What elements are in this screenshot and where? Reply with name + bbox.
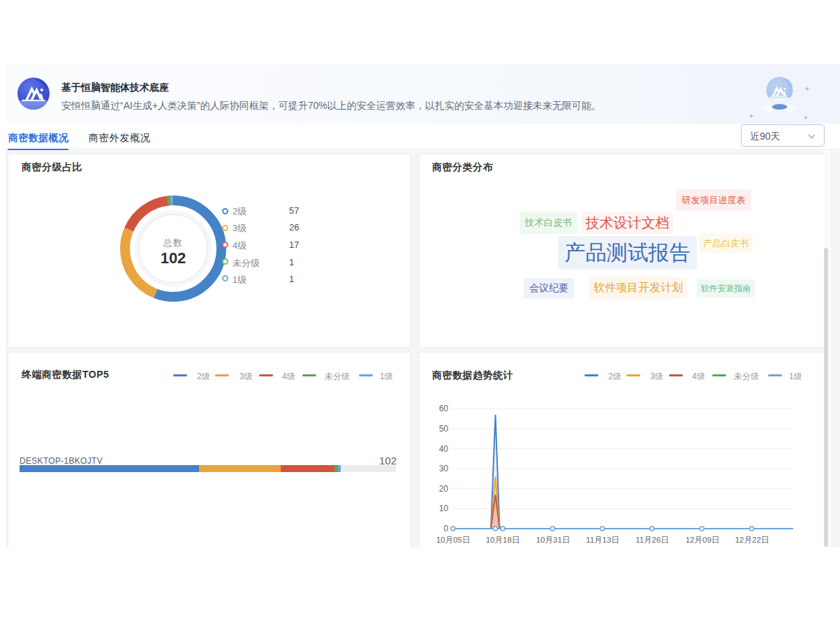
- svg-text:12月22日: 12月22日: [735, 536, 769, 544]
- svg-text:10月05日: 10月05日: [436, 536, 471, 544]
- svg-text:60: 60: [439, 404, 449, 413]
- svg-text:10: 10: [439, 504, 449, 513]
- svg-text:10月18日: 10月18日: [486, 536, 520, 544]
- svg-text:50: 50: [439, 424, 449, 434]
- svg-text:11月13日: 11月13日: [586, 536, 619, 544]
- svg-text:0: 0: [443, 524, 448, 534]
- svg-text:11月26日: 11月26日: [635, 536, 669, 544]
- svg-text:30: 30: [439, 464, 449, 473]
- svg-text:10月31日: 10月31日: [536, 536, 570, 544]
- svg-text:20: 20: [439, 484, 449, 494]
- svg-text:40: 40: [439, 444, 449, 454]
- svg-text:12月09日: 12月09日: [686, 536, 720, 544]
